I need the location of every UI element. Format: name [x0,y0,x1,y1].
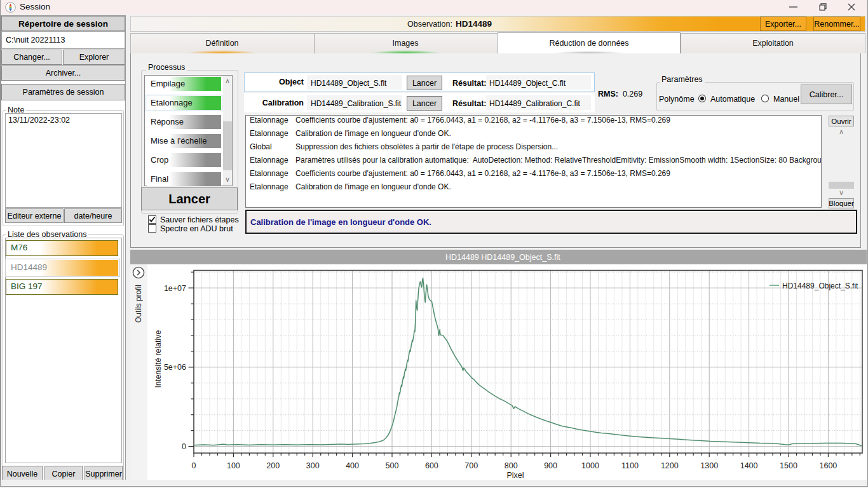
svg-text:Intensité relative: Intensité relative [154,330,163,388]
svg-text:HD14489_Object_S.fit: HD14489_Object_S.fit [782,281,858,290]
svg-text:0: 0 [182,442,186,451]
svg-text:0: 0 [192,461,196,470]
svg-text:300: 300 [306,461,320,470]
svg-text:1400: 1400 [740,461,758,470]
svg-text:600: 600 [425,461,438,470]
svg-text:1200: 1200 [661,461,679,470]
svg-text:100: 100 [227,461,240,470]
svg-text:800: 800 [505,461,518,470]
svg-text:900: 900 [544,461,557,470]
svg-text:1500: 1500 [780,461,797,470]
svg-text:1600: 1600 [819,461,837,470]
svg-text:200: 200 [266,461,280,470]
svg-text:1100: 1100 [621,461,639,470]
svg-text:Pixel: Pixel [506,471,524,480]
svg-text:500: 500 [386,461,399,470]
svg-text:1e+07: 1e+07 [164,284,186,293]
svg-text:5e+06: 5e+06 [164,363,186,372]
svg-text:700: 700 [465,461,478,470]
svg-text:1000: 1000 [581,461,599,470]
svg-text:1300: 1300 [700,461,718,470]
svg-text:400: 400 [346,461,359,470]
